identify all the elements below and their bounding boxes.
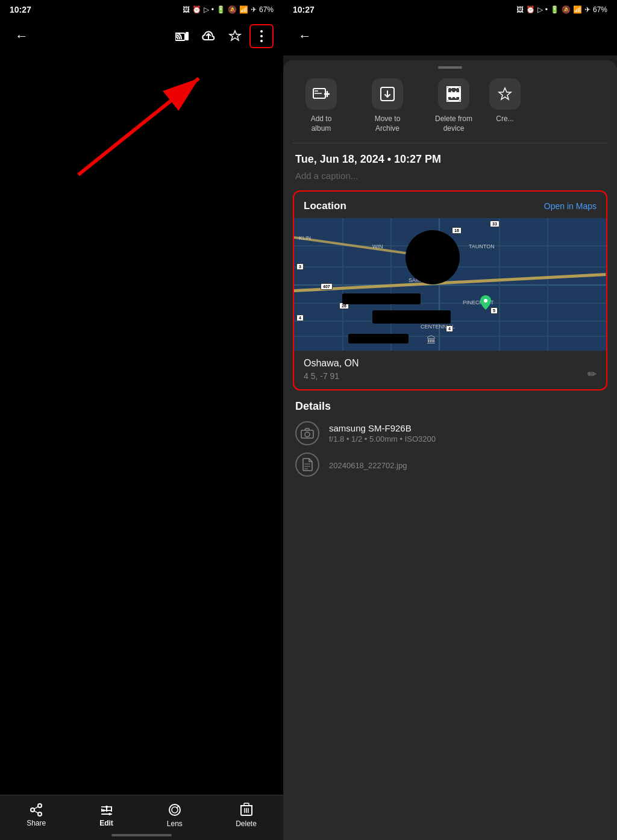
map-background: KLIN WIN TAUNTON SAMAC PINECREST CENTENN… — [294, 218, 606, 351]
archive-label: Move toArchive — [375, 114, 401, 133]
device-name: samsung SM-F926B — [329, 423, 436, 433]
location-header: Location Open in Maps — [294, 192, 606, 218]
privacy-bar-3 — [348, 334, 409, 343]
move-to-archive-button[interactable]: Move toArchive — [354, 78, 421, 133]
airplane-icon: ✈ — [251, 5, 257, 14]
action-row: Add toalbum Move toArchive — [283, 78, 617, 143]
status-icons-right: 🖼 ⏰ ▷ • 🔋 🔕 📶 ✈ 67% — [516, 5, 607, 14]
filename-info: 20240618_222702.jpg — [329, 460, 407, 470]
right-panel: 10:27 🖼 ⏰ ▷ • 🔋 🔕 📶 ✈ 67% ← — [283, 0, 617, 840]
play-icon-r: ▷ — [537, 5, 543, 14]
details-title: Details — [295, 400, 605, 413]
annotation-arrow — [60, 60, 229, 181]
filename-row: 20240618_222702.jpg — [295, 453, 605, 477]
home-indicator — [111, 834, 172, 836]
status-bar-right: 10:27 🖼 ⏰ ▷ • 🔋 🔕 📶 ✈ 67% — [283, 0, 617, 17]
delete-from-device-button[interactable]: Delete fromdevice — [421, 78, 487, 133]
share-button[interactable]: Share — [27, 803, 46, 827]
bottom-sheet: Add toalbum Move toArchive — [283, 60, 617, 840]
svg-point-49 — [484, 299, 487, 302]
privacy-bar-1 — [342, 293, 421, 304]
time-right: 10:27 — [293, 5, 315, 14]
photo-icon: 🖼 — [183, 5, 190, 14]
star-button[interactable] — [223, 24, 247, 48]
shield-4-bottom: 4 — [446, 325, 453, 332]
location-coords: 4 5, -7 91 — [304, 371, 597, 381]
svg-point-9 — [38, 812, 42, 816]
caption-field[interactable]: Add a caption... — [295, 171, 605, 181]
clock-icon: ⏰ — [192, 5, 201, 14]
dot-icon: • — [211, 5, 214, 14]
toolbar-right — [170, 24, 274, 48]
map-label-taunton: TAUNTON — [469, 243, 495, 249]
battery-icon: 🔋 — [216, 5, 225, 14]
map-label-win: WIN — [372, 243, 383, 249]
more-options-button[interactable] — [249, 24, 274, 48]
delete-device-label: Delete fromdevice — [435, 114, 472, 133]
details-section: Details samsung SM-F926B f/1.8 • 1/2 • 5… — [283, 400, 617, 494]
battery-icon-r: 🔋 — [550, 5, 559, 14]
map-label-klin: KLIN — [299, 235, 311, 241]
status-icons-left: 🖼 ⏰ ▷ • 🔋 🔕 📶 ✈ 67% — [183, 5, 274, 14]
battery-pct-left: 67% — [259, 5, 274, 14]
mute-icon-r: 🔕 — [562, 5, 571, 14]
status-bar-left: 10:27 🖼 ⏰ ▷ • 🔋 🔕 📶 ✈ 67% — [0, 0, 283, 17]
sheet-handle — [438, 66, 462, 69]
privacy-bar-2 — [372, 310, 451, 324]
shield-3: 3 — [296, 263, 304, 270]
svg-line-6 — [78, 78, 199, 175]
shield-16: 16 — [452, 227, 462, 234]
clock-icon-r: ⏰ — [526, 5, 535, 14]
back-button[interactable]: ← — [10, 24, 34, 48]
archive-icon-box — [372, 78, 403, 110]
location-edit-button[interactable]: ✏ — [587, 368, 597, 381]
photo-icon-r: 🖼 — [516, 5, 524, 14]
add-album-icon-box — [305, 78, 337, 110]
delete-button[interactable]: Delete — [236, 803, 257, 828]
svg-rect-30 — [244, 803, 249, 806]
left-panel: 10:27 🖼 ⏰ ▷ • 🔋 🔕 📶 ✈ 67% ← — [0, 0, 283, 840]
divider-1 — [293, 143, 607, 143]
lens-button[interactable]: Lens — [167, 803, 183, 828]
time-left: 10:27 — [10, 5, 31, 14]
create-label: Cre... — [496, 114, 513, 124]
svg-point-7 — [38, 804, 42, 807]
svg-line-11 — [34, 811, 38, 813]
svg-point-4 — [260, 40, 263, 42]
mute-icon: 🔕 — [228, 5, 237, 14]
privacy-circle — [406, 230, 460, 284]
svg-point-8 — [31, 808, 34, 812]
top-bar-right: ← — [283, 17, 617, 55]
cast-button[interactable] — [170, 24, 194, 48]
location-title: Location — [304, 200, 346, 212]
wifi-icon-r: 📶 — [573, 5, 582, 14]
location-city: Oshawa, ON — [304, 358, 597, 369]
add-to-album-button[interactable]: Add toalbum — [288, 78, 354, 133]
delete-device-icon-box — [438, 78, 469, 110]
dot-icon-r: • — [545, 5, 548, 14]
svg-point-2 — [260, 30, 263, 33]
shield-407: 407 — [321, 283, 333, 290]
open-in-maps-button[interactable]: Open in Maps — [544, 201, 597, 211]
photo-date: Tue, Jun 18, 2024 • 10:27 PM — [295, 153, 605, 166]
edit-button[interactable]: Edit — [99, 803, 114, 827]
shield-4-left: 4 — [296, 315, 304, 321]
map-pin — [480, 295, 492, 307]
airplane-icon-r: ✈ — [584, 5, 590, 14]
create-button[interactable]: Cre... — [487, 78, 523, 124]
svg-rect-1 — [186, 32, 189, 40]
back-button-right[interactable]: ← — [293, 24, 317, 48]
create-icon-box — [489, 78, 521, 110]
battery-pct-right: 67% — [593, 5, 607, 14]
shield-33: 33 — [490, 221, 500, 227]
play-icon: ▷ — [204, 5, 209, 14]
location-footer: Oshawa, ON 4 5, -7 91 ✏ — [294, 351, 606, 389]
map-view[interactable]: KLIN WIN TAUNTON SAMAC PINECREST CENTENN… — [294, 218, 606, 351]
device-specs: f/1.8 • 1/2 • 5.00mm • ISO3200 — [329, 434, 436, 444]
building-icon: 🏛 — [427, 335, 436, 346]
cloud-upload-button[interactable] — [196, 24, 221, 48]
filename: 20240618_222702.jpg — [329, 461, 407, 470]
svg-marker-48 — [499, 88, 511, 99]
location-section: Location Open in Maps — [293, 190, 607, 390]
add-album-label: Add toalbum — [311, 114, 332, 133]
